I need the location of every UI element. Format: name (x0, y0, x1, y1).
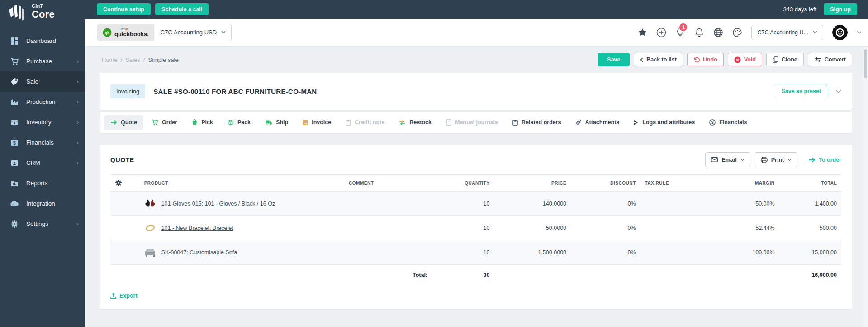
cell-comment[interactable] (344, 240, 432, 265)
breadcrumb-sales[interactable]: Sales (125, 56, 140, 63)
scrollbar-thumb[interactable] (864, 49, 867, 78)
cell-quantity[interactable]: 10 (432, 192, 494, 216)
tab-pack[interactable]: Pack (221, 115, 257, 130)
col-header-quantity[interactable]: QUANTITY (432, 175, 494, 192)
tab-pick[interactable]: Pick (185, 115, 219, 130)
sidebar-item-inventory[interactable]: Inventory › (0, 112, 85, 132)
tab-related-orders[interactable]: Related orders (506, 115, 568, 130)
sidebar: Cin7 Core Dashboard Purchase › (0, 0, 85, 327)
sidebar-item-financials[interactable]: $ Financials › (0, 132, 85, 153)
void-circle-x-icon (734, 56, 741, 63)
col-header-discount[interactable]: DISCOUNT (571, 175, 640, 192)
cell-margin: 52.44% (706, 216, 779, 240)
col-header-comment[interactable]: COMMENT (344, 175, 432, 192)
tab-restock[interactable]: Restock (393, 115, 438, 130)
col-header-margin[interactable]: MARGIN (706, 175, 779, 192)
intuit-wordmark: intuit (121, 28, 149, 31)
cell-tax-rule[interactable] (640, 192, 706, 216)
save-as-preset-button[interactable]: Save as preset (774, 84, 828, 98)
export-link[interactable]: Export (110, 293, 138, 299)
email-button[interactable]: Email (705, 152, 750, 167)
tab-financials[interactable]: $ Financials (703, 115, 753, 130)
user-menu-chevron-icon[interactable] (857, 31, 862, 34)
cin7-core-logo[interactable]: Cin7 Core (0, 0, 85, 28)
print-button[interactable]: Print (755, 152, 797, 167)
sidebar-item-reports[interactable]: Reports (0, 173, 85, 193)
cell-discount[interactable]: 0% (571, 192, 640, 216)
brand-name-small: Cin7 (32, 4, 55, 9)
cell-comment[interactable] (344, 216, 432, 240)
cell-discount[interactable]: 0% (571, 216, 640, 240)
vertical-scrollbar[interactable] (863, 47, 868, 327)
save-button[interactable]: Save (598, 53, 630, 66)
clone-button[interactable]: Clone (766, 53, 804, 66)
chevron-down-icon (787, 159, 792, 161)
table-row: 101-Gloves-015: 101 - Gloves / Black / 1… (110, 192, 841, 216)
chevron-right-icon: › (77, 159, 79, 166)
sidebar-item-integration[interactable]: Integration (0, 193, 85, 214)
bracelet-thumbnail (144, 223, 156, 234)
chevron-right-icon: › (77, 58, 79, 65)
globe-icon[interactable] (713, 28, 723, 37)
notification-badge[interactable]: 1 (678, 23, 688, 32)
plus-circle-icon[interactable] (656, 28, 666, 37)
cell-price[interactable]: 50.0000 (494, 216, 571, 240)
sidebar-item-production[interactable]: Production › (0, 92, 85, 112)
quickbooks-account-label: C7C Accounting USD (154, 29, 221, 36)
chevron-solid-icon (634, 120, 639, 126)
account-selector-dropdown[interactable]: C7C Accounting U... (751, 25, 823, 40)
tab-quote[interactable]: Quote (104, 115, 143, 130)
star-icon[interactable] (637, 28, 647, 37)
cell-tax-rule[interactable] (640, 240, 706, 265)
tab-ship[interactable]: Ship (259, 115, 294, 130)
tab-invoice[interactable]: Invoice (296, 115, 337, 130)
continue-setup-button[interactable]: Continue setup (97, 3, 151, 15)
arrow-right-icon (808, 157, 816, 163)
quickbooks-account-dropdown[interactable]: qb intuit quickbooks. C7C Accounting USD (97, 24, 232, 41)
tab-manual-journals[interactable]: Manual journals (440, 115, 504, 130)
avatar[interactable] (832, 25, 848, 40)
col-header-product[interactable]: PRODUCT (140, 175, 344, 192)
cell-comment[interactable] (344, 192, 432, 216)
tab-attachments[interactable]: Attachments (569, 115, 626, 130)
sidebar-item-purchase[interactable]: Purchase › (0, 51, 85, 71)
cell-discount[interactable]: 0% (571, 240, 640, 265)
to-order-link[interactable]: To order (808, 157, 841, 163)
tab-credit-note[interactable]: Credit note (339, 115, 391, 130)
product-link[interactable]: SK-00047: Customisable Sofa (161, 249, 237, 256)
collapse-chevron-icon[interactable] (835, 89, 841, 93)
tab-order[interactable]: Order (145, 115, 184, 130)
quote-heading: QUOTE (110, 156, 134, 164)
column-settings-gear-icon[interactable] (115, 179, 135, 187)
topbar: Continue setup Schedule a call 343 days … (85, 0, 868, 19)
sidebar-item-dashboard[interactable]: Dashboard (0, 31, 85, 51)
back-to-list-button[interactable]: Back to list (634, 53, 683, 66)
cell-price[interactable]: 1,500.0000 (494, 240, 571, 265)
cell-tax-rule[interactable] (640, 216, 706, 240)
void-button[interactable]: Void (728, 53, 762, 66)
tab-logs-and-attributes[interactable]: Logs and attributes (627, 115, 701, 130)
sidebar-item-crm[interactable]: CRM › (0, 153, 85, 173)
brand-name-big: Core (32, 9, 55, 19)
lightbulb-icon[interactable]: 1 (675, 28, 685, 37)
sidebar-item-label: Inventory (26, 119, 52, 126)
col-header-price[interactable]: PRICE (494, 175, 571, 192)
palette-icon[interactable] (732, 28, 742, 37)
sidebar-item-sale[interactable]: Sale › (0, 71, 85, 92)
subheader: qb intuit quickbooks. C7C Accounting USD… (85, 19, 868, 47)
product-link[interactable]: 101-Gloves-015: 101 - Gloves / Black / 1… (161, 201, 275, 207)
schedule-call-button[interactable]: Schedule a call (155, 3, 209, 15)
col-header-total[interactable]: TOTAL (779, 175, 841, 192)
cell-price[interactable]: 140.0000 (494, 192, 571, 216)
col-header-tax-rule[interactable]: TAX RULE (640, 175, 706, 192)
table-total-row: Total: 30 16,900.00 (110, 265, 841, 285)
cell-quantity[interactable]: 10 (432, 216, 494, 240)
sign-up-button[interactable]: Sign up (824, 3, 857, 15)
bell-icon[interactable] (694, 28, 704, 37)
convert-button[interactable]: Convert (808, 53, 852, 66)
cell-quantity[interactable]: 10 (432, 240, 494, 265)
breadcrumb-home[interactable]: Home (102, 56, 118, 63)
undo-button[interactable]: Undo (687, 53, 724, 66)
product-link[interactable]: 101 - New Bracelet: Bracelet (161, 225, 233, 231)
sidebar-item-settings[interactable]: Settings › (0, 214, 85, 234)
